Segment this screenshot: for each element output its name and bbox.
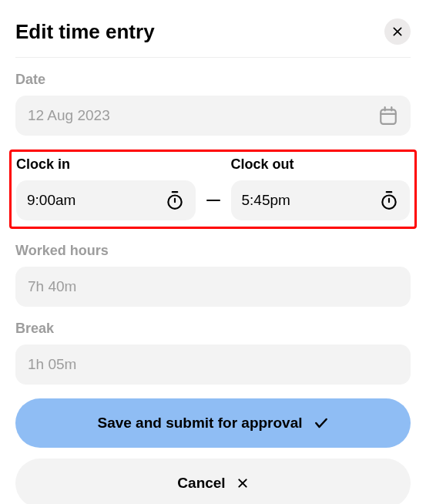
date-value: 12 Aug 2023 [28, 107, 110, 124]
break-value: 1h 05m [28, 356, 76, 373]
clock-in-field: Clock in 9:00am [16, 156, 196, 220]
time-separator [206, 200, 220, 202]
close-button[interactable] [384, 18, 411, 45]
dialog-title: Edit time entry [15, 20, 155, 44]
calendar-icon [378, 106, 398, 126]
stopwatch-icon [379, 190, 399, 210]
cancel-button[interactable]: Cancel [15, 459, 411, 504]
clock-out-label: Clock out [231, 156, 411, 173]
worked-hours-field: Worked hours 7h 40m [15, 243, 411, 307]
worked-hours-input: 7h 40m [15, 267, 411, 307]
close-icon [391, 25, 404, 38]
stopwatch-icon [165, 190, 185, 210]
dialog: Edit time entry Date 12 Aug 2023 Clock i… [0, 0, 426, 504]
clock-out-value: 5:45pm [242, 192, 290, 209]
clock-in-label: Clock in [16, 156, 196, 173]
clock-in-input[interactable]: 9:00am [16, 180, 196, 220]
clock-in-value: 9:00am [27, 192, 75, 209]
clock-out-input[interactable]: 5:45pm [231, 180, 411, 220]
check-icon [314, 415, 329, 431]
cancel-button-label: Cancel [177, 475, 225, 492]
save-submit-button[interactable]: Save and submit for approval [15, 398, 411, 448]
time-row: Clock in 9:00am Clock out 5:45pm [16, 156, 410, 220]
svg-rect-2 [381, 109, 396, 123]
break-label: Break [15, 321, 411, 337]
divider [15, 57, 411, 58]
break-field: Break 1h 05m [15, 321, 411, 385]
date-input[interactable]: 12 Aug 2023 [15, 96, 411, 136]
clock-out-field: Clock out 5:45pm [231, 156, 411, 220]
worked-hours-label: Worked hours [15, 243, 411, 259]
save-button-label: Save and submit for approval [97, 415, 302, 432]
dialog-header: Edit time entry [15, 18, 411, 45]
x-icon [236, 477, 249, 489]
date-field: Date 12 Aug 2023 [15, 72, 411, 136]
date-label: Date [15, 72, 411, 88]
time-row-highlight: Clock in 9:00am Clock out 5:45pm [9, 150, 417, 229]
break-input[interactable]: 1h 05m [15, 344, 411, 385]
worked-hours-value: 7h 40m [28, 278, 76, 295]
